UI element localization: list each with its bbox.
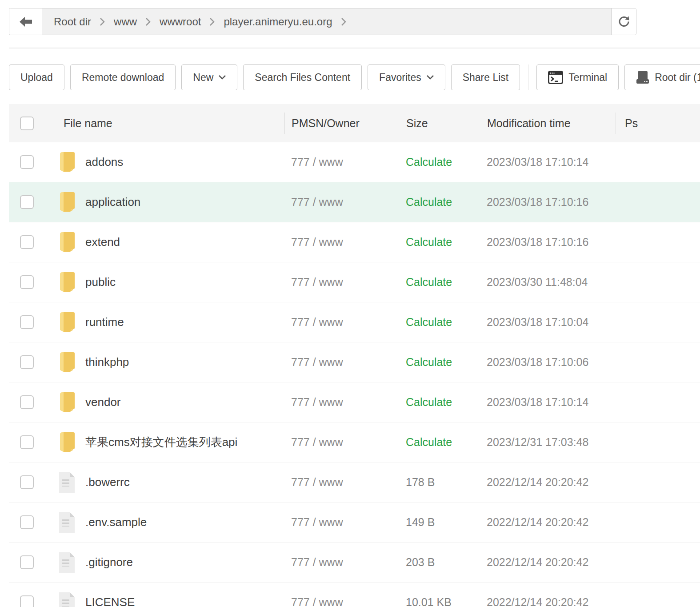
table-row[interactable]: .bowerrc 777 / www 178 B 2022/12/14 20:2… bbox=[9, 462, 700, 502]
file-owner: 777 / www bbox=[291, 436, 343, 449]
select-all-checkbox[interactable] bbox=[20, 117, 34, 130]
file-owner: 777 / www bbox=[291, 596, 343, 607]
new-button[interactable]: New bbox=[181, 64, 237, 90]
folder-icon bbox=[57, 232, 76, 253]
header-size[interactable]: Size bbox=[406, 117, 428, 130]
folder-icon bbox=[57, 392, 76, 413]
favorites-label: Favorites bbox=[379, 72, 421, 84]
file-owner: 777 / www bbox=[291, 556, 343, 569]
file-owner: 777 / www bbox=[291, 196, 343, 209]
file-mtime: 2023/03/18 17:10:14 bbox=[487, 396, 588, 409]
row-checkbox[interactable] bbox=[20, 395, 34, 409]
calculate-link[interactable]: Calculate bbox=[406, 316, 452, 329]
file-owner: 777 / www bbox=[291, 476, 343, 489]
file-mtime: 2023/12/31 17:03:48 bbox=[487, 436, 588, 449]
file-name[interactable]: .env.sample bbox=[85, 515, 147, 529]
file-owner: 777 / www bbox=[291, 276, 343, 289]
file-name[interactable]: runtime bbox=[85, 315, 124, 329]
file-size: 149 B bbox=[406, 516, 435, 529]
hard-disk-icon bbox=[636, 71, 649, 84]
root-dir-button[interactable]: Root dir (1 bbox=[624, 64, 700, 90]
share-list-label: Share List bbox=[463, 72, 509, 84]
row-checkbox[interactable] bbox=[20, 435, 34, 449]
chevron-down-icon bbox=[427, 75, 434, 80]
row-checkbox[interactable] bbox=[20, 155, 34, 169]
row-checkbox[interactable] bbox=[20, 555, 34, 569]
table-row[interactable]: runtime 777 / www Calculate 2023/03/18 1… bbox=[9, 302, 700, 342]
row-checkbox[interactable] bbox=[20, 235, 34, 249]
calculate-link[interactable]: Calculate bbox=[406, 436, 452, 449]
file-name[interactable]: .bowerrc bbox=[85, 475, 130, 489]
file-owner: 777 / www bbox=[291, 516, 343, 529]
chevron-right-icon bbox=[146, 18, 151, 26]
calculate-link[interactable]: Calculate bbox=[406, 236, 452, 249]
table-row[interactable]: thinkphp 777 / www Calculate 2023/03/18 … bbox=[9, 342, 700, 382]
file-name[interactable]: .gitignore bbox=[85, 555, 133, 569]
table-row[interactable]: application 777 / www Calculate 2023/03/… bbox=[9, 182, 700, 222]
header-mtime[interactable]: Modification time bbox=[487, 117, 571, 130]
breadcrumb-site-dir[interactable]: player.animeryu.eu.org bbox=[224, 16, 332, 28]
calculate-link[interactable]: Calculate bbox=[406, 276, 452, 289]
calculate-link[interactable]: Calculate bbox=[406, 156, 452, 169]
share-list-button[interactable]: Share List bbox=[451, 64, 520, 90]
table-body: addons 777 / www Calculate 2023/03/18 17… bbox=[9, 142, 700, 607]
row-checkbox[interactable] bbox=[20, 275, 34, 289]
breadcrumb-wwwroot[interactable]: wwwroot bbox=[160, 16, 201, 28]
favorites-button[interactable]: Favorites bbox=[368, 64, 445, 90]
file-name[interactable]: 苹果cms对接文件选集列表api bbox=[85, 434, 237, 450]
terminal-button[interactable]: Terminal bbox=[536, 64, 619, 90]
back-arrow-icon bbox=[20, 17, 32, 27]
folder-icon bbox=[57, 432, 76, 453]
row-checkbox[interactable] bbox=[20, 515, 34, 529]
table-row[interactable]: LICENSE 777 / www 10.01 KB 2022/12/14 20… bbox=[9, 583, 700, 607]
table-row[interactable]: extend 777 / www Calculate 2023/03/18 17… bbox=[9, 222, 700, 262]
file-name[interactable]: extend bbox=[85, 235, 120, 249]
row-checkbox[interactable] bbox=[20, 315, 34, 329]
table-row[interactable]: vendor 777 / www Calculate 2023/03/18 17… bbox=[9, 382, 700, 422]
toolbar-divider bbox=[528, 64, 528, 90]
table-row[interactable]: addons 777 / www Calculate 2023/03/18 17… bbox=[9, 142, 700, 182]
table-row[interactable]: .env.sample 777 / www 149 B 2022/12/14 2… bbox=[9, 502, 700, 543]
file-name[interactable]: thinkphp bbox=[85, 355, 129, 369]
header-owner[interactable]: PMSN/Owner bbox=[292, 117, 360, 130]
file-mtime: 2022/12/14 20:20:42 bbox=[487, 596, 588, 607]
breadcrumb-root-dir[interactable]: Root dir bbox=[54, 16, 91, 28]
row-checkbox[interactable] bbox=[20, 475, 34, 489]
file-size: 178 B bbox=[406, 476, 435, 489]
refresh-button[interactable] bbox=[611, 8, 636, 35]
file-owner: 777 / www bbox=[291, 356, 343, 369]
header-ps[interactable]: Ps bbox=[625, 117, 638, 130]
table-row[interactable]: public 777 / www Calculate 2023/03/30 11… bbox=[9, 262, 700, 302]
remote-download-button[interactable]: Remote download bbox=[70, 64, 176, 90]
upload-button[interactable]: Upload bbox=[9, 64, 64, 90]
section-divider bbox=[9, 48, 700, 48]
file-icon bbox=[59, 592, 75, 607]
folder-icon bbox=[57, 192, 76, 213]
calculate-link[interactable]: Calculate bbox=[406, 396, 452, 409]
new-label: New bbox=[193, 72, 213, 84]
file-name[interactable]: addons bbox=[85, 155, 123, 169]
calculate-link[interactable]: Calculate bbox=[406, 356, 452, 369]
search-files-content-button[interactable]: Search Files Content bbox=[243, 64, 362, 90]
calculate-link[interactable]: Calculate bbox=[406, 196, 452, 209]
header-file-name[interactable]: File name bbox=[64, 117, 112, 130]
breadcrumb-www[interactable]: www bbox=[114, 16, 137, 28]
file-name[interactable]: LICENSE bbox=[85, 595, 135, 607]
breadcrumb: Root dir www wwwroot player.animeryu.eu.… bbox=[42, 8, 611, 35]
file-name[interactable]: application bbox=[85, 195, 140, 209]
file-owner: 777 / www bbox=[291, 316, 343, 329]
row-checkbox[interactable] bbox=[20, 355, 34, 369]
file-name[interactable]: vendor bbox=[85, 395, 121, 409]
table-row[interactable]: .gitignore 777 / www 203 B 2022/12/14 20… bbox=[9, 543, 700, 583]
table-row[interactable]: 苹果cms对接文件选集列表api 777 / www Calculate 202… bbox=[9, 422, 700, 462]
file-owner: 777 / www bbox=[291, 396, 343, 409]
back-button[interactable] bbox=[9, 8, 42, 35]
file-name[interactable]: public bbox=[85, 275, 116, 289]
chevron-right-icon bbox=[210, 18, 215, 26]
file-mtime: 2023/03/18 17:10:16 bbox=[487, 236, 588, 249]
file-icon bbox=[59, 472, 75, 493]
row-checkbox[interactable] bbox=[20, 595, 34, 607]
file-icon bbox=[59, 552, 75, 573]
row-checkbox[interactable] bbox=[20, 195, 34, 209]
root-dir-label: Root dir (1 bbox=[655, 72, 700, 84]
